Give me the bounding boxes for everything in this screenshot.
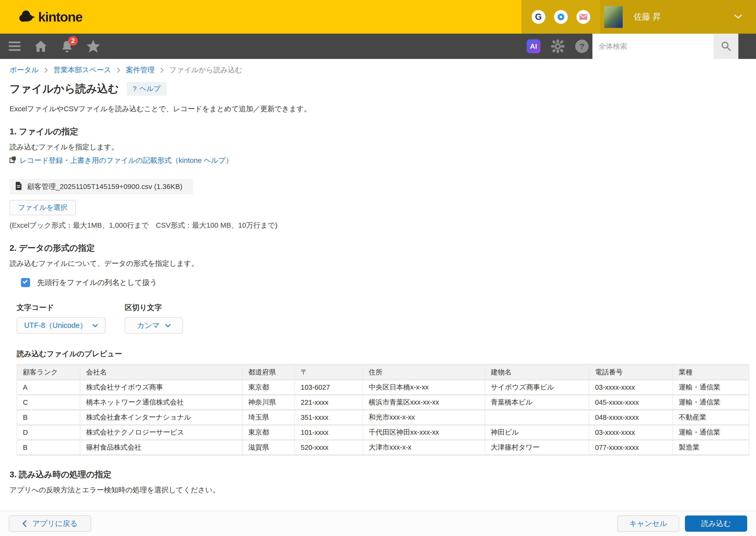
table-cell: 株式会社テクノロジーサービス <box>80 425 242 439</box>
table-header-cell: 顧客ランク <box>17 365 80 379</box>
table-cell: A <box>17 381 80 394</box>
kintone-cloud-icon <box>18 9 35 25</box>
table-cell: 運輸・通信業 <box>673 381 749 394</box>
page-help-button[interactable]: ? ヘルプ <box>127 82 166 96</box>
table-cell: 東京都 <box>242 425 295 439</box>
table-cell: 351-xxxx <box>295 411 362 424</box>
preview-table-body: A株式会社サイボウズ商事東京都103-6027中央区日本橋x-x-xxサイボウズ… <box>17 381 749 454</box>
table-cell: 東京都 <box>242 381 295 394</box>
table-header-cell: 都道府県 <box>242 365 295 379</box>
table-cell: 520-xxxx <box>295 441 362 454</box>
table-cell: 中央区日本橋x-x-xx <box>363 381 485 394</box>
mail-service-icon[interactable] <box>577 10 590 24</box>
table-cell: 221-xxxx <box>295 395 362 409</box>
page-title: ファイルから読み込む <box>10 82 119 96</box>
table-cell: 運輸・通信業 <box>673 395 749 409</box>
chevron-left-icon <box>22 520 27 527</box>
help-icon[interactable]: ? <box>575 40 588 53</box>
table-cell: 03-xxxx-xxxx <box>589 381 673 394</box>
table-cell: 篠村食品株式会社 <box>80 441 242 454</box>
user-name: 佐藤 昇 <box>634 11 661 22</box>
import-button[interactable]: 読み込む <box>685 516 747 532</box>
breadcrumb-separator-icon <box>44 67 48 73</box>
search-icon <box>721 41 731 52</box>
table-cell: 101-xxxx <box>295 425 362 439</box>
section2-description: 読み込むファイルについて、データの形式を指定します。 <box>0 259 756 267</box>
table-header-row: 顧客ランク会社名都道府県〒住所建物名電話番号業種 <box>17 365 749 379</box>
settings-gear-icon[interactable] <box>551 39 565 53</box>
file-format-help-link[interactable]: レコード登録・上書き用のファイルの記載形式（kintone ヘルプ） <box>19 155 233 165</box>
table-cell: B <box>17 441 80 454</box>
header-row-checkbox-label: 先頭行をファイルの列名として扱う <box>37 278 157 287</box>
breadcrumb-app-link[interactable]: 案件管理 <box>126 65 155 75</box>
question-mark-icon: ? <box>133 85 137 93</box>
check-icon <box>23 279 28 284</box>
header-row-checkbox[interactable] <box>21 278 30 287</box>
o-service-icon[interactable] <box>554 10 568 24</box>
select-file-button[interactable]: ファイルを選択 <box>10 200 76 215</box>
hamburger-menu-icon[interactable] <box>8 39 21 53</box>
breadcrumb-current: ファイルから読み込む <box>169 65 242 75</box>
user-avatar <box>604 6 623 28</box>
selected-file-name: 顧客管理_20251105T145159+0900.csv (1.36KB) <box>27 182 182 192</box>
breadcrumb-space-link[interactable]: 営業本部スペース <box>53 65 111 75</box>
table-cell: 神奈川県 <box>242 395 295 409</box>
table-cell: 株式会社倉本インターナショナル <box>80 411 242 424</box>
page-description: ExcelファイルやCSVファイルを読み込むことで、レコードをまとめて追加／更新… <box>0 104 756 113</box>
table-cell: 千代田区神田xx-xxx-xx <box>363 425 485 439</box>
footer-action-bar: アプリに戻る キャンセル 読み込む <box>0 511 756 536</box>
table-cell: 不動産業 <box>673 411 749 424</box>
table-cell: 045-xxxx-xxxx <box>589 395 673 409</box>
cancel-button[interactable]: キャンセル <box>617 516 679 532</box>
table-header-cell: 建物名 <box>485 365 589 379</box>
breadcrumb-separator-icon <box>117 67 120 73</box>
favorites-star-icon[interactable] <box>86 39 100 53</box>
kintone-logo[interactable]: kintone <box>18 9 82 25</box>
table-cell: 077-xxxx-xxxx <box>589 441 673 454</box>
charset-label: 文字コード <box>17 303 106 312</box>
table-cell: サイボウズ商事ビル <box>485 381 589 394</box>
global-search <box>592 34 738 59</box>
user-menu[interactable]: 佐藤 昇 <box>600 0 756 34</box>
table-cell: B <box>17 411 80 424</box>
notification-bell-icon[interactable]: 2 <box>60 39 74 53</box>
breadcrumb-separator-icon <box>160 67 164 73</box>
table-cell: 048-xxxx-xxxx <box>589 411 673 424</box>
search-button[interactable] <box>713 34 738 59</box>
table-cell: 運輸・通信業 <box>673 425 749 439</box>
service-icons-zone: G <box>521 0 600 34</box>
section3-heading: 3. 読み込み時の処理の指定 <box>0 469 756 479</box>
table-header-cell: 会社名 <box>80 365 242 379</box>
delimiter-dropdown[interactable]: カンマ <box>125 318 183 334</box>
kintone-logo-text: kintone <box>38 9 82 24</box>
top-header-bar: kintone G 佐藤 昇 <box>0 0 756 34</box>
table-row: C橋本ネットワーク通信株式会社神奈川県221-xxxx横浜市青葉区xxx-xx-… <box>17 395 749 409</box>
back-to-app-button[interactable]: アプリに戻る <box>9 516 91 532</box>
table-cell: 製造業 <box>673 441 749 454</box>
table-cell: 橋本ネットワーク通信株式会社 <box>80 395 242 409</box>
table-cell: 103-6027 <box>295 381 362 394</box>
table-header-cell: 業種 <box>673 365 749 379</box>
preview-table-label: 読み込むファイルのプレビュー <box>0 349 756 358</box>
g-service-icon[interactable]: G <box>532 10 546 24</box>
table-header-cell: 住所 <box>363 365 485 379</box>
breadcrumb-portal-link[interactable]: ポータル <box>10 65 39 75</box>
file-size-limits-note: (Excelブック形式：最大1MB、1,000行まで CSV形式：最大100 M… <box>0 220 756 229</box>
table-row: A株式会社サイボウズ商事東京都103-6027中央区日本橋x-x-xxサイボウズ… <box>17 381 749 394</box>
section2-heading: 2. データの形式の指定 <box>0 243 756 252</box>
table-cell: 株式会社サイボウズ商事 <box>80 381 242 394</box>
table-cell: 滋賀県 <box>242 441 295 454</box>
home-icon[interactable] <box>34 39 48 53</box>
delimiter-label: 区切り文字 <box>125 303 183 312</box>
chevron-down-icon <box>92 324 98 327</box>
preview-table-head: 顧客ランク会社名都道府県〒住所建物名電話番号業種 <box>17 365 749 379</box>
table-cell: 大津篠村タワー <box>485 441 589 454</box>
table-cell: C <box>17 395 80 409</box>
chevron-down-icon <box>165 324 171 327</box>
external-link-icon <box>10 156 16 165</box>
ai-assistant-icon[interactable]: AI <box>526 39 540 53</box>
table-cell: 横浜市青葉区xxx-xx-xx <box>363 395 485 409</box>
search-input[interactable] <box>592 34 713 59</box>
charset-dropdown[interactable]: UTF-8（Unicode） <box>17 318 106 334</box>
file-document-icon <box>15 182 22 192</box>
